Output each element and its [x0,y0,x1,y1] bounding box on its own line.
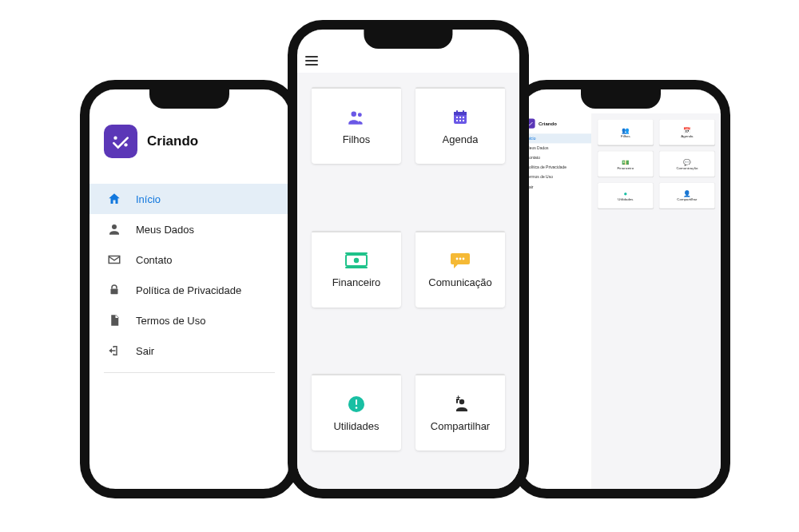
screen-menu: Criando Início Meus Dados Contato Polí [89,89,289,489]
card-label: Financeiro [618,166,634,170]
svg-point-17 [354,258,359,263]
exit-icon [107,343,121,358]
menu-item-label: Contato [136,254,173,266]
menu-item-label: Início [136,193,161,205]
mini-home-grid: 👥 Filhos 📅 Agenda 💵 Financeiro 💬 [592,113,721,489]
svg-rect-12 [463,117,464,118]
phone-right: Criando Início Meus Dados Contato Políti… [511,80,730,498]
card-label: Utilidades [333,420,379,432]
svg-point-22 [463,258,465,260]
svg-rect-13 [456,120,458,121]
share-icon: 👤 [683,189,690,197]
menu-item-label: Política de Privacidade [136,284,241,296]
card-label: Utilidades [618,197,633,201]
doc-icon [107,313,121,328]
mini-card-utilidades[interactable]: ● Utilidades [598,183,653,208]
mini-menu-inicio[interactable]: Início [521,133,591,143]
mini-menu-meus-dados[interactable]: Meus Dados [521,143,591,153]
menu-contato[interactable]: Contato [89,244,289,275]
mini-card-filhos[interactable]: 👥 Filhos [598,120,653,145]
card-filhos[interactable]: Filhos [312,87,401,164]
lock-icon [107,283,121,297]
mini-menu-contato[interactable]: Contato [521,153,591,163]
card-label: Compartilhar [677,197,697,201]
three-phone-mockup: Criando Início Meus Dados Contato Polí [0,0,799,532]
svg-point-0 [113,137,117,140]
home-card-grid: Filhos Agenda Financeiro [297,73,519,489]
screen-combined: Criando Início Meus Dados Contato Políti… [521,89,721,489]
menu-item-label: Termos de Uso [136,315,205,327]
svg-rect-14 [459,120,461,121]
menu-item-label: Meus Dados [136,224,194,236]
menu-item-label: Meus Dados [527,146,549,151]
home-icon [107,192,121,206]
svg-point-25 [356,407,358,409]
share-icon: + [451,393,470,415]
card-label: Comunicação [428,276,492,288]
svg-text:+: + [456,395,460,402]
card-financeiro[interactable]: Financeiro [312,231,401,308]
menu-sair[interactable]: Sair [89,335,289,366]
people-icon [346,106,367,129]
menu-privacidade[interactable]: Política de Privacidade [89,275,289,305]
svg-point-21 [459,258,462,260]
svg-rect-19 [345,267,368,268]
card-agenda[interactable]: Agenda [415,87,505,164]
mini-card-financeiro[interactable]: 💵 Financeiro [598,151,653,177]
menu-separator [104,372,275,373]
card-label: Agenda [443,133,479,145]
card-comunicacao[interactable]: Comunicação [415,231,505,308]
svg-point-2 [112,224,117,229]
phone-left: Criando Início Meus Dados Contato Polí [80,80,299,498]
mini-sidebar: Criando Início Meus Dados Contato Políti… [521,113,592,489]
app-logo-icon [104,125,137,158]
money-icon [345,249,368,272]
person-icon [107,222,121,236]
app-title: Criando [539,121,557,126]
menu-item-label: Sair [136,345,154,357]
card-label: Financeiro [332,276,381,288]
svg-point-20 [456,258,459,260]
money-icon: 💵 [622,158,629,166]
mini-brand: Criando [521,116,591,131]
hamburger-icon[interactable] [305,56,318,66]
app-title: Criando [147,133,198,149]
svg-rect-11 [459,117,461,118]
alert-icon: ● [624,189,628,197]
mini-menu-termos[interactable]: Termos de Uso [521,173,591,182]
mini-menu-privacidade[interactable]: Política de Privacidade [521,163,591,173]
card-label: Agenda [681,134,693,138]
svg-rect-7 [454,112,467,115]
mini-card-agenda[interactable]: 📅 Agenda [659,120,714,145]
topbar [297,54,519,73]
svg-rect-8 [456,110,458,113]
svg-rect-10 [456,117,458,118]
menu: Início Meus Dados Contato Política de Pr… [89,184,289,373]
brand-row: Criando [89,113,289,169]
screen-home: Filhos Agenda Financeiro [297,30,519,489]
svg-rect-9 [463,110,464,113]
card-label: Filhos [343,133,371,145]
mini-card-compartilhar[interactable]: 👤 Compartilhar [659,183,714,208]
svg-rect-24 [356,399,357,405]
mini-card-comunicacao[interactable]: 💬 Comunicação [659,151,714,177]
people-icon: 👥 [622,126,629,134]
alert-icon [347,393,366,415]
menu-termos[interactable]: Termos de Uso [89,305,289,335]
card-label: Filhos [621,134,630,138]
menu-item-label: Termos de Uso [527,175,553,180]
svg-rect-3 [111,289,118,295]
calendar-icon: 📅 [683,126,690,134]
menu-inicio[interactable]: Início [89,184,289,214]
svg-point-4 [352,111,357,117]
mini-menu-sair[interactable]: Sair [521,182,591,192]
card-label: Compartilhar [431,420,490,432]
card-utilidades[interactable]: Utilidades [312,374,401,451]
chat-icon: 💬 [683,158,690,166]
card-label: Comunicação [676,166,698,170]
menu-item-label: Política de Privacidade [527,165,566,170]
menu-meus-dados[interactable]: Meus Dados [89,214,289,244]
svg-rect-18 [345,252,368,254]
card-compartilhar[interactable]: + Compartilhar [415,374,505,451]
svg-point-5 [358,113,362,117]
